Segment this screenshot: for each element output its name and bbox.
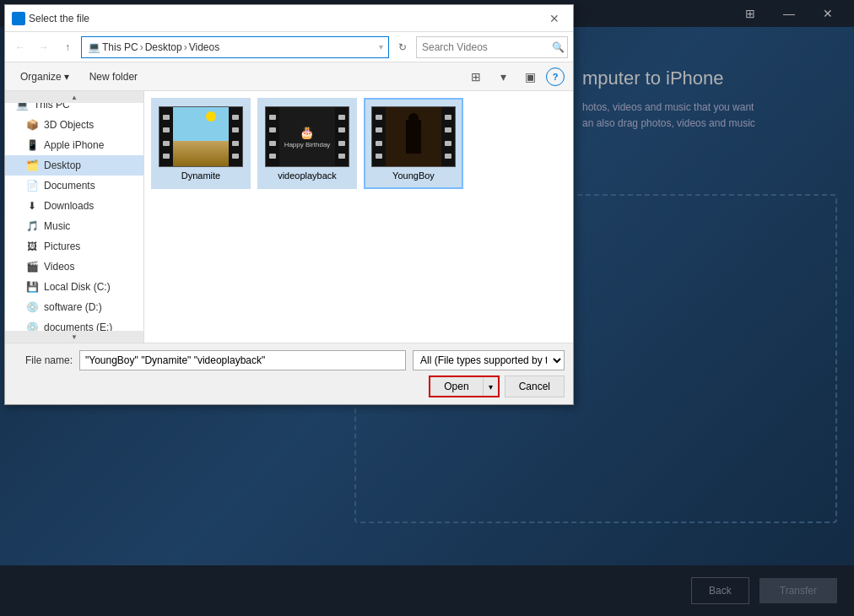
search-icon: 🔍	[552, 41, 565, 53]
view-icon-button[interactable]: ⊞	[465, 66, 487, 88]
file-thumbnail-videoplayback: 🎂 Happy Birthday	[265, 106, 349, 167]
view-arrow-button[interactable]: ▾	[492, 66, 514, 88]
file-item-videoplayback[interactable]: 🎂 Happy Birthday videoplayback	[257, 98, 357, 189]
help-button[interactable]: ?	[546, 68, 565, 86]
new-folder-label: New folder	[89, 71, 138, 83]
documents-icon: 📄	[25, 179, 39, 192]
sidebar-label-videos: Videos	[44, 261, 74, 273]
landscape-sun	[206, 111, 216, 122]
local-disk-c-icon: 💾	[25, 280, 39, 294]
film-content-dynamite	[173, 107, 229, 166]
sidebar-item-pictures[interactable]: 🖼 Pictures	[5, 236, 143, 257]
new-folder-button[interactable]: New folder	[83, 68, 144, 86]
downloads-icon: ⬇	[25, 199, 39, 213]
filename-row: File name: All (File types supported by …	[14, 350, 565, 370]
apple-iphone-icon: 📱	[25, 138, 39, 152]
sidebar-item-downloads[interactable]: ⬇ Downloads	[5, 196, 143, 216]
sidebar-item-documents[interactable]: 📄 Documents	[5, 176, 143, 196]
sidebar-item-3d-objects[interactable]: 📦 3D Objects	[5, 115, 143, 135]
sidebar-item-apple-iphone[interactable]: 📱 Apple iPhone	[5, 135, 143, 155]
sidebar-label-software-d: software (D:)	[44, 301, 102, 313]
open-button[interactable]: Open	[430, 377, 483, 396]
3d-objects-icon: 📦	[25, 118, 39, 132]
dialog-titlebar: Select the file ✕	[5, 5, 573, 32]
dialog-files: Dynamite 🎂	[144, 91, 573, 343]
address-bar[interactable]: 💻 This PC › Desktop › Videos ▾	[81, 36, 389, 58]
file-name-youngboy: YoungBoy	[392, 170, 435, 181]
address-desktop[interactable]: Desktop	[145, 41, 182, 53]
film-strip-left-youngboy	[372, 107, 386, 166]
sidebar-label-local-disk-c: Local Disk (C:)	[44, 281, 111, 293]
address-dropdown-arrow: ▾	[379, 42, 383, 51]
music-icon: 🎵	[25, 219, 39, 233]
dialog-toolbar: Organize ▾ New folder ⊞ ▾ ▣ ?	[5, 62, 573, 91]
sidebar-label-apple-iphone: Apple iPhone	[44, 139, 104, 151]
sidebar-scroll-down[interactable]: ▼	[5, 331, 143, 343]
film-strip-right-dynamite	[229, 107, 242, 166]
organize-arrow: ▾	[64, 71, 69, 83]
videos-icon: 🎬	[25, 260, 39, 273]
film-content-youngboy	[386, 107, 441, 166]
dialog-addressbar: ← → ↑ 💻 This PC › Desktop › Videos ▾ ↻ 🔍	[5, 32, 573, 62]
desktop-icon: 🗂️	[25, 159, 39, 172]
videoplayback-content: 🎂 Happy Birthday	[281, 122, 334, 152]
figure-head	[408, 113, 419, 123]
dialog-sidebar: ▲ 💻 This PC 📦 3D Objects 📱 Apple iPhone …	[5, 91, 144, 343]
dialog-actions: Open ▾ Cancel	[14, 376, 565, 397]
sidebar-label-desktop: Desktop	[44, 159, 81, 171]
address-videos[interactable]: Videos	[189, 41, 219, 53]
sidebar-item-desktop[interactable]: 🗂️ Desktop	[5, 155, 143, 176]
organize-button[interactable]: Organize ▾	[14, 68, 76, 86]
sidebar-item-local-disk-c[interactable]: 💾 Local Disk (C:)	[5, 277, 143, 297]
sidebar-item-software-d[interactable]: 💿 software (D:)	[5, 297, 143, 317]
film-strip-right-videoplayback	[335, 107, 349, 166]
pictures-icon: 🖼	[25, 240, 39, 253]
pc-icon: 💻	[87, 41, 100, 54]
sidebar-label-3d-objects: 3D Objects	[44, 119, 94, 131]
file-name-dynamite: Dynamite	[181, 170, 220, 181]
file-thumbnail-dynamite	[159, 106, 243, 167]
open-button-group: Open ▾	[429, 376, 499, 397]
pane-button[interactable]: ▣	[519, 66, 541, 88]
toolbar-right: ⊞ ▾ ▣ ?	[465, 66, 565, 88]
filename-input[interactable]	[79, 350, 406, 370]
dialog-title: Select the file	[29, 13, 539, 24]
sidebar-label-pictures: Pictures	[44, 240, 80, 252]
filetype-select[interactable]: All (File types supported by the	[413, 350, 565, 370]
dialog-bottom: File name: All (File types supported by …	[5, 343, 573, 404]
film-content-videoplayback: 🎂 Happy Birthday	[279, 107, 335, 166]
sidebar-label-documents: Documents	[44, 180, 95, 192]
cancel-button[interactable]: Cancel	[505, 376, 565, 397]
sidebar-scroll-up[interactable]: ▲	[5, 91, 143, 103]
dialog-app-icon	[12, 12, 25, 25]
sidebar-label-music: Music	[44, 220, 70, 232]
address-path: 💻 This PC › Desktop › Videos	[87, 41, 219, 54]
software-d-icon: 💿	[25, 300, 39, 314]
file-item-youngboy[interactable]: YoungBoy	[364, 98, 463, 189]
search-box[interactable]: 🔍	[416, 36, 568, 58]
sidebar-item-music[interactable]: 🎵 Music	[5, 216, 143, 236]
dialog-overlay: Select the file ✕ ← → ↑ 💻 This PC › Desk…	[0, 0, 854, 616]
file-item-dynamite[interactable]: Dynamite	[151, 98, 251, 189]
dialog-close-button[interactable]: ✕	[543, 7, 566, 30]
sidebar-label-downloads: Downloads	[44, 200, 94, 212]
address-this-pc[interactable]: This PC	[102, 41, 138, 53]
dialog-body: ▲ 💻 This PC 📦 3D Objects 📱 Apple iPhone …	[5, 91, 573, 343]
landscape-ground	[173, 141, 229, 166]
film-strip-left-dynamite	[159, 107, 173, 166]
filename-label: File name:	[14, 354, 73, 366]
sidebar-item-videos[interactable]: 🎬 Videos	[5, 257, 143, 277]
nav-forward-button[interactable]: →	[34, 37, 54, 57]
refresh-button[interactable]: ↻	[392, 37, 413, 57]
nav-up-button[interactable]: ↑	[57, 37, 78, 57]
nav-back-button[interactable]: ←	[10, 37, 30, 57]
search-input[interactable]	[422, 41, 549, 53]
organize-label: Organize	[20, 71, 62, 83]
film-strip-right-youngboy	[441, 107, 455, 166]
file-name-videoplayback: videoplayback	[278, 170, 337, 181]
file-dialog: Select the file ✕ ← → ↑ 💻 This PC › Desk…	[4, 4, 574, 405]
film-strip-left-videoplayback	[266, 107, 279, 166]
figure-body	[406, 120, 421, 154]
open-dropdown-button[interactable]: ▾	[484, 377, 498, 396]
file-thumbnail-youngboy	[371, 106, 456, 167]
